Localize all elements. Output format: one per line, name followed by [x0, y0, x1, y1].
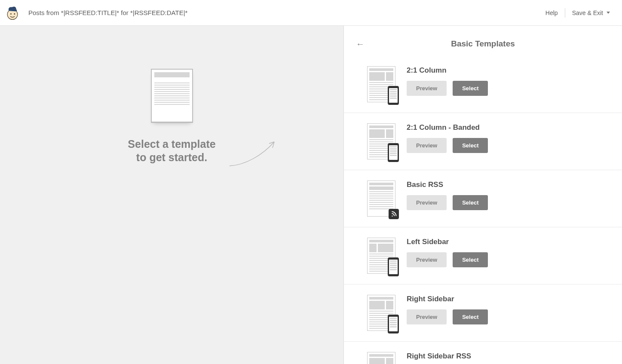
select-button[interactable]: Select [453, 81, 488, 96]
template-list: 2:1 ColumnPreviewSelect2:1 Column - Band… [344, 62, 622, 364]
help-link[interactable]: Help [541, 7, 562, 19]
template-thumbnail [367, 238, 395, 274]
editor-canvas: Select a template to get started. [0, 26, 344, 364]
template-name: Right Sidebar [407, 295, 610, 303]
select-button[interactable]: Select [453, 309, 488, 324]
template-name: 2:1 Column - Banded [407, 123, 610, 132]
template-name: Basic RSS [407, 180, 610, 189]
preview-button[interactable]: Preview [407, 195, 447, 210]
page-title: Posts from *|RSSFEED:TITLE|* for *|RSSFE… [28, 9, 187, 16]
rss-icon [389, 209, 399, 219]
preview-button[interactable]: Preview [407, 81, 447, 96]
topbar-divider [565, 8, 565, 18]
select-button[interactable]: Select [453, 195, 488, 210]
template-thumbnail [367, 352, 395, 364]
chevron-down-icon [607, 12, 610, 14]
template-thumbnail [367, 295, 395, 331]
template-row: Right Sidebar RSSPreviewSelect [344, 341, 622, 364]
template-panel: ← Basic Templates 2:1 ColumnPreviewSelec… [344, 26, 622, 364]
preview-button[interactable]: Preview [407, 138, 447, 153]
mobile-preview-icon [388, 257, 399, 276]
save-exit-label: Save & Exit [572, 9, 603, 16]
template-row: Basic RSSPreviewSelect [344, 170, 622, 227]
template-name: Left Sidebar [407, 238, 610, 246]
template-row: 2:1 ColumnPreviewSelect [344, 62, 622, 113]
svg-point-2 [14, 13, 15, 15]
mobile-preview-icon [388, 86, 399, 105]
template-thumbnail [367, 66, 395, 102]
mobile-preview-icon [388, 315, 399, 333]
mobile-preview-icon [388, 143, 399, 162]
template-name: 2:1 Column [407, 66, 610, 75]
template-row: Left SidebarPreviewSelect [344, 227, 622, 284]
template-name: Right Sidebar RSS [407, 352, 610, 361]
svg-point-1 [10, 13, 12, 15]
panel-title: Basic Templates [365, 39, 601, 49]
template-row: Right SidebarPreviewSelect [344, 284, 622, 341]
template-row: 2:1 Column - BandedPreviewSelect [344, 113, 622, 170]
hint-arrow-icon [228, 138, 279, 168]
save-and-exit-dropdown[interactable]: Save & Exit [568, 7, 614, 19]
back-arrow-icon[interactable]: ← [356, 39, 365, 49]
placeholder-document-icon [151, 69, 193, 123]
mailchimp-logo [4, 5, 21, 21]
template-thumbnail [367, 180, 395, 217]
preview-button[interactable]: Preview [407, 309, 447, 324]
canvas-empty-message: Select a template to get started. [128, 138, 215, 165]
topbar: Posts from *|RSSFEED:TITLE|* for *|RSSFE… [0, 0, 622, 26]
select-button[interactable]: Select [453, 138, 488, 153]
panel-header: ← Basic Templates [344, 26, 622, 62]
template-thumbnail [367, 123, 395, 159]
preview-button[interactable]: Preview [407, 252, 447, 267]
select-button[interactable]: Select [453, 252, 488, 267]
